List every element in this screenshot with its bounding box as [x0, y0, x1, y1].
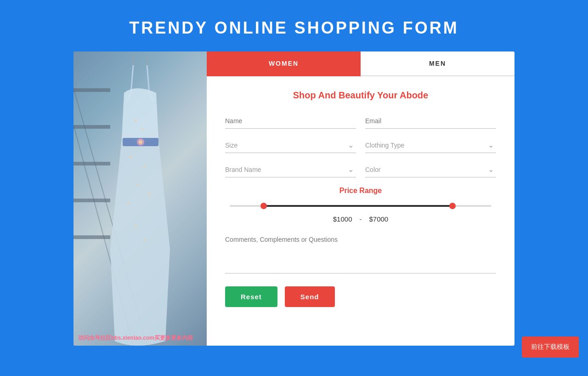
range-thumb-max[interactable]: [449, 203, 456, 209]
size-select[interactable]: Size XS S M L XL XXL: [225, 138, 356, 153]
svg-rect-2: [74, 125, 110, 129]
main-container: 访问虫号社区bbs.xienlao.com买更多更多内容 WOMEN MEN S…: [74, 51, 514, 346]
price-min-value: $1000: [333, 215, 352, 223]
svg-point-14: [148, 193, 151, 195]
row-size-clothing: Size XS S M L XL XXL Clothing Type Dress…: [225, 138, 496, 153]
brand-select[interactable]: Brand Name Gucci Prada Zara H&M Versace: [225, 162, 356, 177]
svg-point-16: [144, 239, 146, 241]
color-select[interactable]: Color Red Blue White Black Pink Green: [365, 162, 496, 177]
row-brand-color: Brand Name Gucci Prada Zara H&M Versace …: [225, 162, 496, 177]
price-range-label: Price Range: [225, 187, 496, 195]
dress-image: 访问虫号社区bbs.xienlao.com买更多更多内容: [74, 51, 207, 346]
price-values: $1000 - $7000: [225, 215, 496, 223]
form-subtitle: Shop And Beautify Your Abode: [225, 90, 496, 101]
email-input[interactable]: [365, 114, 496, 129]
svg-rect-1: [74, 88, 110, 92]
price-range-section: Price Range $1000 - $7000: [225, 187, 496, 223]
color-field: Color Red Blue White Black Pink Green: [365, 162, 496, 177]
svg-rect-5: [74, 235, 110, 239]
name-input[interactable]: [225, 114, 356, 129]
form-panel: WOMEN MEN Shop And Beautify Your Abode: [207, 51, 514, 346]
send-button[interactable]: Send: [285, 286, 335, 307]
tab-bar: WOMEN MEN: [207, 51, 514, 76]
download-button[interactable]: 前往下载模板: [522, 336, 579, 358]
range-fill: [264, 205, 452, 207]
svg-point-9: [141, 129, 144, 131]
button-row: Reset Send: [225, 286, 496, 307]
comments-field: [225, 232, 496, 275]
price-dash: -: [360, 215, 362, 223]
price-max-value: $7000: [369, 215, 389, 223]
svg-point-13: [128, 202, 130, 205]
form-content: Shop And Beautify Your Abode Size XS S: [207, 76, 514, 321]
range-slider: [230, 201, 492, 211]
watermark: 访问虫号社区bbs.xienlao.com买更多更多内容: [74, 334, 207, 342]
svg-point-15: [134, 225, 137, 228]
svg-point-10: [130, 156, 132, 159]
name-field: [225, 114, 356, 129]
svg-point-11: [144, 165, 146, 168]
range-thumb-min[interactable]: [260, 203, 267, 209]
reset-button[interactable]: Reset: [225, 286, 277, 307]
row-name-email: [225, 114, 496, 129]
comments-textarea[interactable]: [225, 232, 496, 273]
email-field: [365, 114, 496, 129]
size-field: Size XS S M L XL XXL: [225, 138, 356, 153]
tab-men[interactable]: MEN: [361, 51, 514, 76]
image-panel: 访问虫号社区bbs.xienlao.com买更多更多内容: [74, 51, 207, 346]
clothing-type-field: Clothing Type Dress Top Jeans Jacket Ski…: [365, 138, 496, 153]
svg-point-8: [134, 119, 137, 122]
tab-women[interactable]: WOMEN: [207, 51, 361, 76]
clothing-type-select[interactable]: Clothing Type Dress Top Jeans Jacket Ski…: [365, 138, 496, 153]
svg-point-19: [139, 140, 142, 144]
page-title: TRENDY ONLINE SHOPPING FORM: [120, 0, 468, 51]
svg-rect-3: [74, 162, 110, 165]
brand-field: Brand Name Gucci Prada Zara H&M Versace: [225, 162, 356, 177]
svg-point-12: [136, 183, 139, 186]
